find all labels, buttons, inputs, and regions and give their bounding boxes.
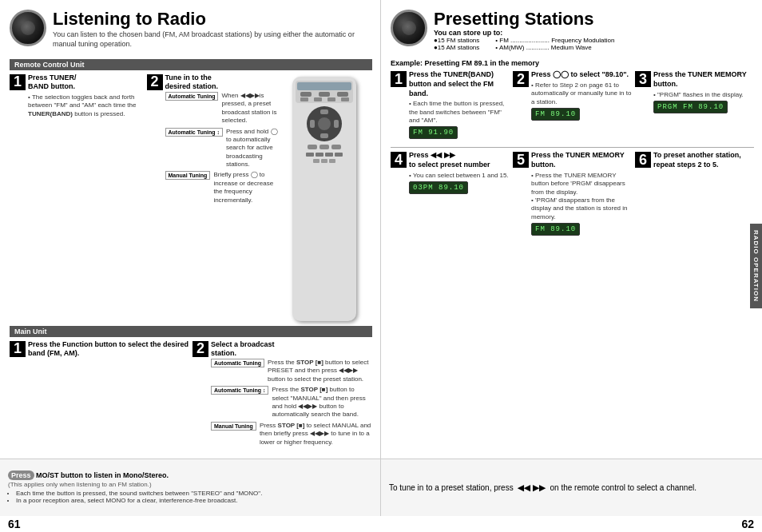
left-title: Listening to Radio xyxy=(53,10,372,29)
remote-btn xyxy=(319,92,330,97)
right-step3: 3 Press the TUNER MEMORY button. • "PRGM… xyxy=(635,70,754,139)
main-tuning-text-1: Press the STOP [■] button to select PRES… xyxy=(268,359,372,383)
main-tuning-label-2: Automatic Tuning ↕ xyxy=(211,386,268,395)
remote-btn-row2 xyxy=(297,97,351,101)
remote-step1: 1 Press TUNER/BAND button. • The selecti… xyxy=(10,73,144,207)
remote-btn xyxy=(308,145,317,149)
remote-btn-sm xyxy=(314,97,322,101)
remote-btn xyxy=(313,159,319,163)
left-header: Listening to Radio You can listen to the… xyxy=(10,10,372,50)
right-step5-content: Press the TUNER MEMORY button. • Press t… xyxy=(531,151,632,236)
remote-btn-sm xyxy=(300,97,308,101)
right-step4-title: Press ◀◀ ▶▶to select preset number xyxy=(409,151,510,169)
right-step1-number: 1 xyxy=(391,71,407,87)
main-tuning-row-1: Automatic Tuning Press the STOP [■] butt… xyxy=(211,359,372,383)
right-step5: 5 Press the TUNER MEMORY button. • Press… xyxy=(513,151,632,236)
store-box: You can store up to: ●15 FM stations ●15… xyxy=(434,29,614,51)
main-step2-title: Select a broadcaststation. xyxy=(211,340,372,359)
remote-btn-sm xyxy=(341,97,349,101)
remote-step1-title: Press TUNER/BAND button. xyxy=(28,73,144,92)
right-step1: 1 Press the TUNER(BAND) button and selec… xyxy=(391,70,510,139)
right-step2-number: 2 xyxy=(513,71,529,87)
remote-step1-detail: • The selection toggles back and forth b… xyxy=(28,93,144,118)
right-step1-display: FM 91.90 xyxy=(409,126,458,139)
main-unit-label: Main Unit xyxy=(10,326,372,337)
tuning-instructions: Automatic Tuning When ◀◀▶▶is pressed, a … xyxy=(165,92,281,204)
remote-steps-row1: 1 Press TUNER/BAND button. • The selecti… xyxy=(10,73,280,207)
store-detail-fm: • FM ...................... Frequency Mo… xyxy=(495,37,614,44)
remote-step1-content: Press TUNER/BAND button. • The selection… xyxy=(28,73,144,119)
tuning-label-2: Automatic Tuning ↕ xyxy=(165,128,223,137)
bottom-bullet-2: In a poor reception area, select MONO fo… xyxy=(16,497,372,504)
remote-step1-number: 1 xyxy=(10,74,26,90)
bottom-right: To tune in to a preset station, press ◀◀… xyxy=(381,459,762,516)
left-panel: Listening to Radio You can listen to the… xyxy=(0,0,381,459)
store-detail-am: • AM(MW) ............. Medium Wave xyxy=(495,44,614,51)
main-tuning-row-3: Manual Tuning Press STOP [■] to select M… xyxy=(211,422,372,447)
speaker-icon-right xyxy=(391,10,427,46)
remote-btn-row4 xyxy=(306,153,343,157)
right-step6-content: To preset another station, repeat steps … xyxy=(653,151,754,169)
remote-btn xyxy=(331,145,341,149)
bottom-bullets: Each time the button is pressed, the sou… xyxy=(8,490,372,504)
bottom-btn-label: MO/ST button xyxy=(36,471,83,479)
side-tab: RADIO OPERATION xyxy=(750,224,762,308)
remote-section-label: Remote Control Unit xyxy=(10,59,372,70)
right-step3-content: Press the TUNER MEMORY button. • "PRGM" … xyxy=(653,70,754,113)
right-panel: Presetting Stations You can store up to:… xyxy=(381,0,762,459)
steps-divider xyxy=(391,147,754,148)
right-step6-number: 6 xyxy=(635,152,651,168)
main-step1: 1 Press the Function button to select th… xyxy=(10,340,189,449)
tuning-text-2: Press and hold ◯ to automatically search… xyxy=(226,128,280,169)
right-steps-top: 1 Press the TUNER(BAND) button and selec… xyxy=(391,70,754,139)
right-title: Presetting Stations xyxy=(434,10,614,29)
bottom-left: Press MO/ST button to listen in Mono/Ste… xyxy=(0,459,381,516)
remote-btn xyxy=(325,153,333,157)
remote-step2: 2 Tune in to thedesired station. Automat… xyxy=(147,73,281,207)
tuning-text-3: Briefly press ◯ to increase or decrease … xyxy=(213,171,280,204)
bottom-left-subtitle: (This applies only when listening to an … xyxy=(8,481,372,488)
main-steps-row: 1 Press the Function button to select th… xyxy=(10,340,372,449)
tuning-text-1: When ◀◀▶▶is pressed, a preset broadcast … xyxy=(221,92,280,125)
remote-nav-right xyxy=(334,120,339,128)
remote-btn xyxy=(300,92,312,97)
right-step5-number: 5 xyxy=(513,152,529,168)
right-step2-content: Press ◯◯ to select "89.10". • Refer to S… xyxy=(531,70,632,121)
bottom-btn-icon: Press xyxy=(8,470,34,480)
main-step2-number: 2 xyxy=(192,341,208,357)
remote-steps: 1 Press TUNER/BAND button. • The selecti… xyxy=(10,73,280,321)
tuning-row-1: Automatic Tuning When ◀◀▶▶is pressed, a … xyxy=(165,92,281,125)
example-label: Example: Presetting FM 89.1 in the memor… xyxy=(391,59,754,67)
remote-btn xyxy=(335,153,343,157)
store-col-2: • FM ...................... Frequency Mo… xyxy=(495,37,614,51)
left-subtitle: You can listen to the chosen band (FM, A… xyxy=(53,30,372,49)
remote-btn-sm xyxy=(327,97,335,101)
right-step3-detail: • "PRGM" flashes in the display. xyxy=(653,91,754,99)
main-tuning-instructions: Automatic Tuning Press the STOP [■] butt… xyxy=(211,359,372,447)
tuning-label-1: Automatic Tuning xyxy=(165,92,219,101)
remote-btn xyxy=(329,159,335,163)
main-step2: 2 Select a broadcaststation. Automatic T… xyxy=(192,340,372,449)
right-step1-title: Press the TUNER(BAND) button and select … xyxy=(409,70,510,98)
right-step3-number: 3 xyxy=(635,71,651,87)
remote-illustration xyxy=(280,73,368,321)
remote-step2-content: Tune in to thedesired station. Automatic… xyxy=(165,73,281,207)
remote-btn xyxy=(306,153,314,157)
right-step5-title: Press the TUNER MEMORY button. xyxy=(531,151,632,169)
remote-display xyxy=(297,82,351,90)
main-step1-number: 1 xyxy=(10,341,26,357)
right-step2-title: Press ◯◯ to select "89.10". xyxy=(531,70,632,80)
store-list: ●15 FM stations ●15 AM stations • FM ...… xyxy=(434,37,614,51)
remote-btn xyxy=(319,145,329,149)
main-step2-content: Select a broadcaststation. Automatic Tun… xyxy=(211,340,372,449)
right-step3-display: PRGM FM 89.10 xyxy=(653,101,728,113)
tuning-row-3: Manual Tuning Briefly press ◯ to increas… xyxy=(165,171,281,204)
bottom-bar: Press MO/ST button to listen in Mono/Ste… xyxy=(0,459,762,516)
remote-btn-row3 xyxy=(308,145,341,149)
right-step4-display: 03PM 89.10 xyxy=(409,181,468,194)
remote-step2-number: 2 xyxy=(147,74,163,90)
store-item-fm: ●15 FM stations xyxy=(434,37,479,44)
remote-body xyxy=(292,77,356,321)
bottom-right-text: To tune in to a preset station, press ◀◀… xyxy=(389,482,754,494)
right-step6-title: To preset another station, repeat steps … xyxy=(653,151,754,169)
